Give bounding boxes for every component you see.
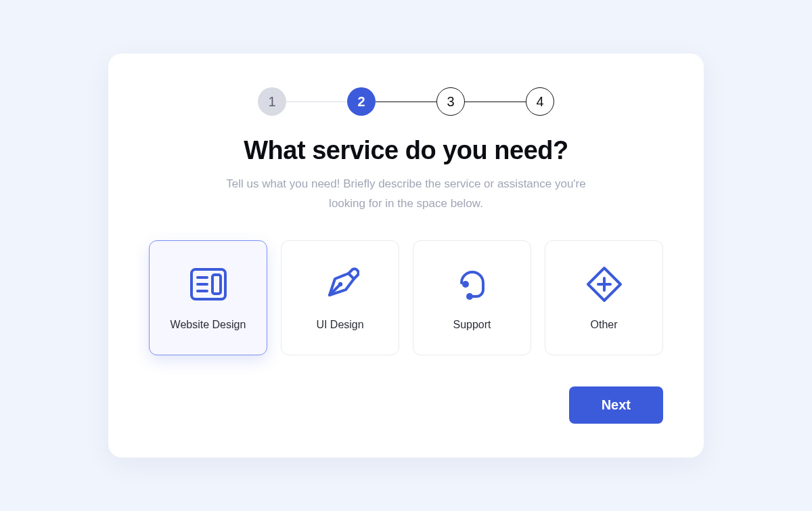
step-3[interactable]: 3	[436, 87, 465, 116]
layout-icon	[189, 265, 228, 304]
option-ui-design[interactable]: UI Design	[281, 240, 399, 355]
step-label: 3	[447, 94, 454, 110]
step-1[interactable]: 1	[258, 87, 286, 116]
svg-point-8	[462, 281, 469, 288]
pen-icon	[321, 265, 360, 304]
option-label: UI Design	[316, 319, 363, 331]
step-label: 2	[357, 94, 365, 110]
option-website-design[interactable]: Website Design	[149, 240, 267, 355]
diamond-plus-icon	[585, 265, 624, 304]
page-title: What service do you need?	[149, 136, 663, 165]
wizard-card: 1 2 3 4 What service do you need? Tell u…	[108, 53, 704, 457]
step-connector	[286, 102, 347, 103]
option-support[interactable]: Support	[413, 240, 531, 355]
next-button[interactable]: Next	[569, 386, 663, 424]
svg-point-7	[466, 293, 473, 300]
step-4[interactable]: 4	[526, 87, 554, 116]
option-other[interactable]: Other	[545, 240, 663, 355]
step-connector	[465, 102, 526, 103]
footer: Next	[149, 386, 663, 424]
step-2[interactable]: 2	[347, 87, 376, 116]
page-subtitle: Tell us what you need! Briefly describe …	[217, 175, 595, 213]
option-label: Other	[590, 319, 617, 331]
step-connector	[376, 102, 436, 103]
headset-icon	[453, 265, 492, 304]
step-label: 4	[536, 94, 543, 110]
service-options: Website Design UI Design	[149, 240, 663, 355]
option-label: Website Design	[171, 319, 246, 331]
svg-rect-4	[212, 275, 221, 294]
stepper: 1 2 3 4	[149, 87, 663, 116]
option-label: Support	[453, 319, 491, 331]
step-label: 1	[268, 94, 275, 110]
